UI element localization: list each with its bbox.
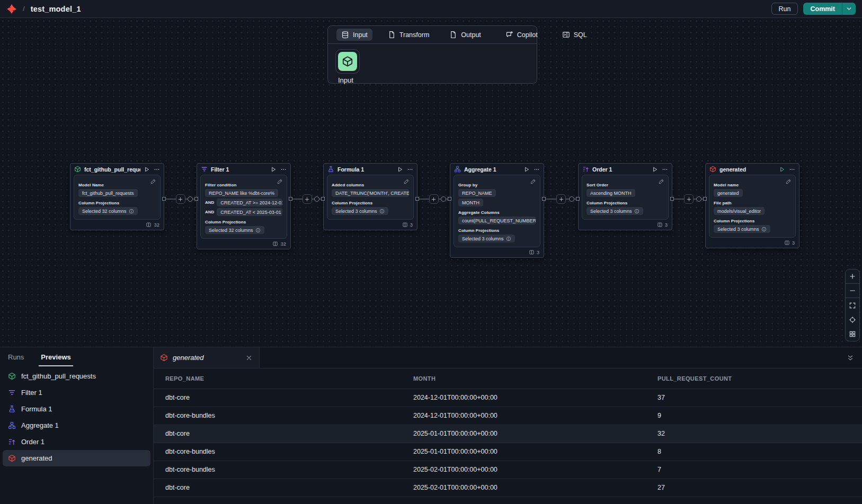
edge-source-port[interactable]: [542, 197, 546, 201]
node-run-button[interactable]: [397, 166, 403, 173]
node-run-button[interactable]: [144, 166, 150, 173]
collapse-panel-icon[interactable]: [839, 347, 862, 368]
node-run-button[interactable]: [270, 166, 277, 173]
node-aggregate-1[interactable]: Aggregate 1 Group by REPO_NAME MONTH: [450, 163, 544, 258]
value-pill[interactable]: CREATED_AT < 2025-03-01: [217, 208, 282, 216]
table-row[interactable]: dbt-core-bundles2025-01-01T00:00:00+00:0…: [154, 443, 862, 461]
table-row[interactable]: dbt-core-bundles2024-12-01T00:00:00+00:0…: [154, 407, 862, 425]
sidebar-item-fct_github_pull_requests[interactable]: fct_github_pull_requests: [3, 368, 150, 384]
palette-tab-transform[interactable]: Transform: [378, 26, 440, 43]
edit-pencil-icon[interactable]: [150, 178, 156, 184]
palette-tab-input[interactable]: Input: [331, 26, 378, 43]
edge-target-port[interactable]: [576, 197, 580, 201]
node-menu-button[interactable]: [789, 166, 795, 173]
zoom-out-button[interactable]: [846, 284, 859, 298]
edit-pencil-icon[interactable]: [786, 178, 792, 184]
palette-input-tile[interactable]: [335, 49, 360, 74]
palette-tab-output[interactable]: Output: [439, 26, 491, 43]
palette-tab-copilot[interactable]: Copilot: [495, 26, 548, 43]
value-pill[interactable]: REPO_NAME like %dbt-core%: [205, 189, 278, 197]
table-row[interactable]: dbt-core2025-01-01T00:00:00+00:0032: [154, 425, 862, 443]
edge-source-port[interactable]: [162, 197, 166, 201]
node-run-button[interactable]: [779, 166, 785, 173]
edge-target-port[interactable]: [194, 197, 198, 201]
node-menu-button[interactable]: [280, 166, 287, 173]
node-run-button[interactable]: [523, 166, 530, 173]
node-menu-button[interactable]: [407, 166, 413, 173]
edge-add-node-button[interactable]: [429, 194, 439, 204]
value-pill[interactable]: REPO_NAME: [458, 189, 496, 197]
sidebar-item-aggregate-1[interactable]: Aggregate 1: [3, 417, 150, 434]
fit-view-button[interactable]: [846, 298, 859, 312]
minimap-button[interactable]: [846, 327, 859, 341]
preview-tab-generated[interactable]: generated: [154, 347, 260, 368]
edge-source-port[interactable]: [670, 197, 674, 201]
run-button[interactable]: Run: [771, 3, 798, 15]
cube-icon: [74, 166, 81, 173]
sidebar-item-formula-1[interactable]: Formula 1: [3, 401, 150, 417]
node-order-1[interactable]: Order 1 Sort Order Ascending MONTH Colum…: [578, 163, 672, 230]
preview-tabbar: generated: [154, 347, 862, 368]
zoom-in-button[interactable]: [846, 269, 859, 284]
tab-previews[interactable]: Previews: [41, 347, 70, 366]
table-row[interactable]: dbt-core2024-12-01T00:00:00+00:0037: [154, 389, 862, 407]
commit-button[interactable]: Commit: [803, 3, 842, 15]
value-pill[interactable]: CREATED_AT >= 2024-12-01: [217, 199, 282, 206]
edit-pencil-icon[interactable]: [530, 178, 536, 184]
value-pill[interactable]: models/visual_editor: [714, 207, 765, 215]
sidebar-item-filter-1[interactable]: Filter 1: [3, 384, 150, 401]
value-pill[interactable]: Selected 3 columns: [458, 235, 515, 242]
edge-source-port[interactable]: [289, 197, 292, 201]
value-pill[interactable]: count(PULL_REQUEST_NUMBER) as ...: [458, 217, 536, 224]
value-pill[interactable]: Selected 3 columns: [332, 207, 388, 215]
node-menu-button[interactable]: [154, 166, 160, 173]
table-cell: dbt-core-bundles: [154, 443, 402, 461]
edge-target-port[interactable]: [448, 197, 451, 201]
sidebar-item-order-1[interactable]: Order 1: [3, 434, 150, 450]
edge-add-node-button[interactable]: [556, 194, 566, 204]
edit-pencil-icon[interactable]: [404, 178, 410, 184]
dbt-logo-icon[interactable]: [6, 4, 17, 14]
palette-tab-sql[interactable]: SQL: [552, 26, 597, 43]
edge-add-node-button[interactable]: [176, 194, 185, 204]
edge-add-node-button[interactable]: [684, 194, 694, 204]
edge-target-port[interactable]: [703, 197, 707, 201]
edit-pencil-icon[interactable]: [277, 178, 283, 184]
edge-connector-circle[interactable]: [314, 196, 319, 202]
value-pill[interactable]: Selected 3 columns: [714, 225, 770, 233]
node-header: Filter 1: [197, 164, 290, 174]
value-pill[interactable]: generated: [714, 189, 743, 197]
node-title: Filter 1: [211, 166, 267, 173]
edge-connector-circle[interactable]: [696, 196, 701, 202]
value-pill[interactable]: Selected 3 columns: [586, 207, 643, 215]
node-run-button[interactable]: [652, 166, 658, 173]
node-menu-button[interactable]: [534, 166, 540, 173]
sidebar-item-generated[interactable]: generated: [3, 450, 150, 466]
edge-connector-circle[interactable]: [441, 196, 446, 202]
node-formula-1[interactable]: Formula 1 Added columns DATE_TRUNC('MONT…: [323, 163, 417, 230]
edge-connector-circle[interactable]: [188, 196, 193, 202]
commit-dropdown-button[interactable]: [842, 3, 856, 15]
value-pill[interactable]: Ascending MONTH: [586, 189, 635, 197]
value-pill[interactable]: MONTH: [458, 199, 483, 206]
node-generated[interactable]: generated Model name generated File path: [705, 163, 799, 248]
node-menu-button[interactable]: [662, 166, 668, 173]
value-pill[interactable]: fct_github_pull_requests: [78, 189, 138, 197]
value-pill[interactable]: Selected 32 columns: [78, 207, 138, 215]
edit-pencil-icon[interactable]: [659, 178, 664, 184]
edge-connector-circle[interactable]: [569, 196, 574, 202]
value-pill[interactable]: DATE_TRUNC('MONTH', CREATED_AT...: [332, 189, 409, 197]
section-label: Column Projections: [332, 201, 409, 205]
edge-target-port[interactable]: [321, 197, 325, 201]
tab-runs[interactable]: Runs: [8, 347, 24, 366]
canvas[interactable]: InputTransformOutputCopilotSQL Input: [0, 18, 862, 347]
edge-source-port[interactable]: [415, 197, 419, 201]
value-pill[interactable]: Selected 32 columns: [205, 226, 264, 234]
node-fct-github-pull-requests[interactable]: fct_github_pull_requests Model Name fct_…: [70, 163, 164, 230]
table-row[interactable]: dbt-core2025-02-01T00:00:00+00:0027: [154, 479, 862, 497]
locate-button[interactable]: [846, 312, 859, 327]
node-filter-1[interactable]: Filter 1 Filter condition REPO_NAME like…: [197, 163, 291, 249]
edge-add-node-button[interactable]: [303, 194, 312, 204]
close-icon[interactable]: [245, 354, 253, 362]
table-row[interactable]: dbt-core-bundles2025-02-01T00:00:00+00:0…: [154, 461, 862, 479]
